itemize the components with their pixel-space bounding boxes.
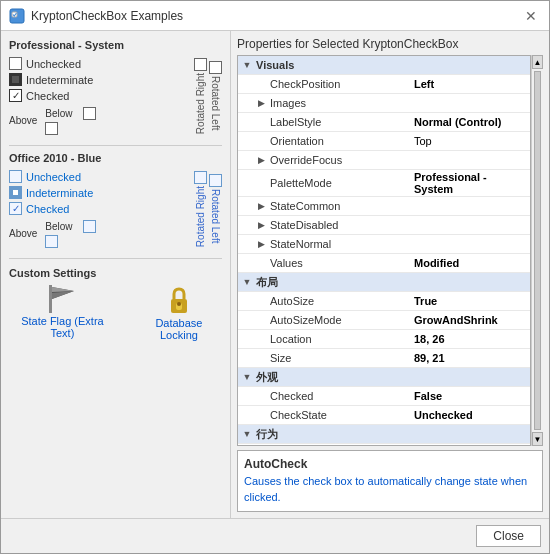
- group2-main-area: Unchecked Indeterminate ✓ Checked Above: [9, 170, 222, 248]
- tree-key: Values: [268, 256, 410, 270]
- below-label-1: Below: [45, 108, 72, 119]
- table-row[interactable]: ▶StateCommon: [238, 197, 530, 216]
- tree-table[interactable]: ▼VisualsCheckPositionLeft▶ImagesLabelSty…: [237, 55, 531, 446]
- tree-key: AutoSizeMode: [268, 313, 410, 327]
- custom-lock-label: Database Locking: [136, 317, 222, 341]
- table-row[interactable]: ValuesModified: [238, 254, 530, 273]
- tree-toggle: ▼: [240, 368, 254, 386]
- lock-icon: [165, 285, 193, 315]
- checkbox-checked-1[interactable]: ✓: [9, 89, 22, 102]
- tree-toggle: [254, 444, 268, 446]
- custom-item-flag[interactable]: State Flag (Extra Text): [9, 285, 116, 341]
- above-below-row-1: Above Below: [9, 105, 190, 135]
- properties-title: Properties for Selected KryptonCheckBox: [237, 37, 543, 51]
- scrollbar[interactable]: ▲ ▼: [531, 55, 543, 446]
- right-panel: Properties for Selected KryptonCheckBox …: [231, 31, 549, 518]
- cb-label-blue: Unchecked: [26, 171, 81, 183]
- checkbox-unchecked-1[interactable]: [9, 57, 22, 70]
- title-bar: KryptonCheckBox Examples ✕: [1, 1, 549, 31]
- tree-key: StateCommon: [268, 199, 410, 213]
- above-below-checkboxes-2: Below: [45, 218, 95, 248]
- table-row[interactable]: ▶Images: [238, 94, 530, 113]
- rotated-right-label-1: Rotated Right: [195, 73, 206, 134]
- table-row[interactable]: OrientationTop: [238, 132, 530, 151]
- table-row[interactable]: CheckPositionLeft: [238, 75, 530, 94]
- checkbox-rotated-right-2[interactable]: [194, 171, 207, 184]
- main-content: Professional - System Unchecked Indeterm…: [1, 31, 549, 518]
- scroll-down-button[interactable]: ▼: [532, 432, 543, 446]
- checkbox-rotated-right-1[interactable]: [194, 58, 207, 71]
- table-row[interactable]: AutoSizeTrue: [238, 292, 530, 311]
- checkbox-above-2[interactable]: [45, 235, 58, 248]
- table-row[interactable]: CheckStateUnchecked: [238, 406, 530, 425]
- custom-items-row: State Flag (Extra Text) Database Locking: [9, 285, 222, 349]
- tree-toggle: [254, 349, 268, 367]
- table-row[interactable]: ▶StateNormal: [238, 235, 530, 254]
- checkbox-rotated-left-2[interactable]: [209, 174, 222, 187]
- tree-value: [410, 224, 530, 226]
- table-row[interactable]: ▼行为: [238, 425, 530, 444]
- window-title: KryptonCheckBox Examples: [31, 9, 183, 23]
- table-row[interactable]: CheckedFalse: [238, 387, 530, 406]
- checkbox-checked-2[interactable]: ✓: [9, 202, 22, 215]
- checkbox-unchecked-2[interactable]: [9, 170, 22, 183]
- left-panel: Professional - System Unchecked Indeterm…: [1, 31, 231, 518]
- table-row[interactable]: AutoCheckTrue: [238, 444, 530, 446]
- tree-key: AutoSize: [268, 294, 410, 308]
- tree-key: StateNormal: [268, 237, 410, 251]
- tree-value: Normal (Control): [410, 115, 530, 129]
- group2-checkboxes: Unchecked Indeterminate ✓ Checked Above: [9, 170, 190, 248]
- table-row[interactable]: ▼外观: [238, 368, 530, 387]
- tree-toggle: [254, 113, 268, 131]
- checkbox-below-2[interactable]: [83, 220, 96, 233]
- tree-value: [410, 376, 530, 378]
- table-row[interactable]: ▶OverrideFocus: [238, 151, 530, 170]
- tree-key: PaletteMode: [268, 176, 410, 190]
- table-row[interactable]: PaletteModeProfessional - System: [238, 170, 530, 197]
- checkbox-below-1[interactable]: [83, 107, 96, 120]
- tree-table-container: ▼VisualsCheckPositionLeft▶ImagesLabelSty…: [237, 55, 543, 446]
- custom-item-lock[interactable]: Database Locking: [136, 285, 222, 341]
- group-office: Office 2010 - Blue Unchecked Indetermina…: [9, 152, 222, 248]
- tree-toggle: [254, 174, 268, 192]
- list-item: ✓ Checked: [9, 89, 190, 102]
- tree-toggle: ▼: [240, 425, 254, 443]
- tree-toggle: ▶: [254, 151, 268, 169]
- app-icon: [9, 8, 25, 24]
- table-row[interactable]: AutoSizeModeGrowAndShrink: [238, 311, 530, 330]
- tree-value: GrowAndShrink: [410, 313, 530, 327]
- checkbox-indeterminate-2[interactable]: [9, 186, 22, 199]
- tree-value: Left: [410, 77, 530, 91]
- checkbox-indeterminate-1[interactable]: [9, 73, 22, 86]
- cb-label: Indeterminate: [26, 74, 93, 86]
- scrollbar-thumb[interactable]: [534, 71, 541, 430]
- above-label-2: Above: [9, 228, 37, 239]
- tree-key: 布局: [254, 274, 410, 291]
- table-row[interactable]: ▼布局: [238, 273, 530, 292]
- group1-checkboxes: Unchecked Indeterminate ✓ Checked Above: [9, 57, 190, 135]
- below-label-2: Below: [45, 221, 72, 232]
- table-row[interactable]: ▼Visuals: [238, 56, 530, 75]
- table-row[interactable]: Size89, 21: [238, 349, 530, 368]
- group-professional-label: Professional - System: [9, 39, 222, 51]
- cb-label: Unchecked: [26, 58, 81, 70]
- cb-label-blue: Checked: [26, 203, 69, 215]
- table-row[interactable]: LabelStyleNormal (Control): [238, 113, 530, 132]
- table-row[interactable]: ▶StateDisabled: [238, 216, 530, 235]
- close-button[interactable]: Close: [476, 525, 541, 547]
- tree-toggle: [254, 254, 268, 272]
- rotated-right-col-2: Rotated Right: [194, 171, 207, 247]
- close-window-button[interactable]: ✕: [521, 6, 541, 26]
- tree-value: [410, 281, 530, 283]
- checkbox-rotated-left-1[interactable]: [209, 61, 222, 74]
- above-below-checkboxes: Below: [45, 105, 95, 135]
- tree-toggle: ▼: [240, 56, 254, 74]
- checkbox-above-1[interactable]: [45, 122, 58, 135]
- rotated-left-label-2: Rotated Left: [210, 189, 221, 243]
- table-row[interactable]: Location18, 26: [238, 330, 530, 349]
- cb-label-blue: Indeterminate: [26, 187, 93, 199]
- scroll-up-button[interactable]: ▲: [532, 55, 543, 69]
- tree-value: [410, 102, 530, 104]
- list-item: Unchecked: [9, 170, 190, 183]
- list-item: Indeterminate: [9, 186, 190, 199]
